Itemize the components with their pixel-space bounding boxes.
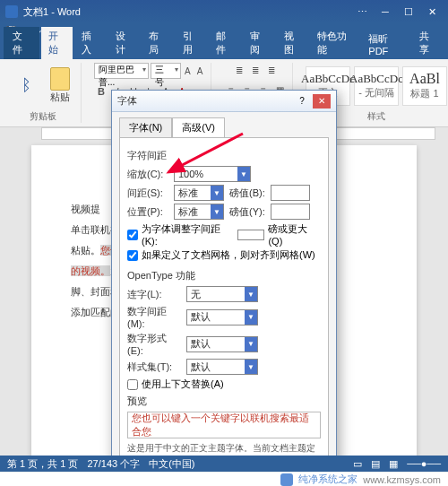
ligatures-label: 连字(L):: [127, 288, 181, 301]
context-alt-label: 使用上下文替换(A): [142, 378, 224, 391]
chevron-down-icon: ▼: [211, 186, 223, 200]
group-label: 剪贴板: [30, 108, 56, 123]
bluetooth-button[interactable]: ᛒ: [11, 66, 41, 106]
position-pt-input[interactable]: [271, 204, 310, 220]
position-combo[interactable]: 标准▼: [174, 204, 224, 220]
styleset-label: 样式集(T):: [127, 360, 181, 374]
tab-special[interactable]: 特色功能: [310, 27, 359, 59]
dialog-body: 字符间距 缩放(C): 100%▼ 间距(S): 标准▼ 磅值(B): 位置(P…: [119, 137, 329, 475]
snap-grid-label: 如果定义了文档网格，则对齐到网格(W): [142, 248, 315, 262]
chevron-down-icon: ▼: [211, 204, 223, 219]
spacing-combo[interactable]: 标准▼: [174, 185, 224, 201]
dialog-tab-advanced[interactable]: 高级(V): [172, 117, 225, 137]
view-read-icon[interactable]: ▭: [353, 458, 362, 470]
kerning-checkbox[interactable]: [127, 230, 138, 240]
bullets-icon[interactable]: ≣: [232, 63, 246, 77]
tab-mailings[interactable]: 邮件: [209, 27, 241, 59]
numform-label: 数字形式(E):: [127, 332, 181, 356]
dialog-tabs: 字体(N) 高级(V): [112, 112, 336, 137]
scale-combo[interactable]: 100%▼: [174, 166, 251, 182]
chevron-down-icon: ▼: [245, 287, 257, 301]
styleset-combo[interactable]: 默认▼: [186, 359, 258, 375]
style-nospacing[interactable]: AaBbCcDc- 无间隔: [354, 66, 399, 106]
status-lang[interactable]: 中文(中国): [149, 457, 194, 471]
tab-design[interactable]: 设计: [108, 27, 141, 59]
multilevel-icon[interactable]: ≣: [264, 63, 279, 77]
close-window-button[interactable]: ✕: [421, 4, 443, 19]
tab-file[interactable]: 文件: [4, 27, 39, 59]
numform-combo[interactable]: 默认▼: [186, 336, 258, 352]
ribbon-opts-icon[interactable]: ⋯: [351, 4, 373, 19]
window-titlebar: 文档1 - Word ⋯ ─ ☐ ✕: [0, 0, 448, 23]
chevron-down-icon: ▼: [245, 310, 257, 325]
dialog-help-icon[interactable]: ?: [293, 94, 311, 108]
chevron-down-icon: ▼: [245, 360, 257, 374]
dialog-title: 字体: [117, 94, 293, 108]
watermark: 纯净系统之家 www.kzmsys.com: [0, 472, 448, 486]
chevron-down-icon: ▼: [237, 167, 250, 181]
shrink-font-icon[interactable]: A: [194, 64, 205, 78]
minimize-button[interactable]: ─: [375, 4, 396, 19]
chevron-down-icon: ▼: [245, 337, 257, 351]
kerning-unit: 磅或更大(Q): [268, 222, 321, 247]
dialog-close-button[interactable]: ✕: [313, 94, 331, 108]
ribbon-tabs: 文件 开始 插入 设计 布局 引用 邮件 审阅 视图 特色功能 福昕PDF 共享: [0, 39, 448, 59]
spacing-pt-input[interactable]: [271, 185, 310, 201]
kerning-label: 为字体调整字间距(K):: [142, 222, 234, 247]
numbering-icon[interactable]: ≣: [248, 63, 263, 77]
spacing-label: 间距(S):: [127, 187, 168, 200]
kerning-input[interactable]: [237, 230, 264, 240]
font-dialog: 字体 ? ✕ 字体(N) 高级(V) 字符间距 缩放(C): 100%▼ 间距(…: [111, 90, 337, 486]
word-app-icon: [5, 5, 18, 18]
position-label: 位置(P):: [127, 205, 168, 219]
grow-font-icon[interactable]: A: [183, 64, 194, 78]
snap-grid-checkbox[interactable]: [127, 250, 138, 261]
group-clipboard: ᛒ 粘贴 剪贴板: [5, 63, 82, 123]
status-bar: 第 1 页，共 1 页 27/143 个字 中文(中国) ▭ ▤ ▦ ──●──: [0, 456, 448, 472]
preview-label: 预览: [127, 395, 321, 408]
ligatures-combo[interactable]: 无▼: [186, 286, 258, 302]
tab-pdf[interactable]: 福昕PDF: [361, 30, 410, 59]
section-opentype: OpenType 功能: [127, 269, 321, 282]
scale-label: 缩放(C):: [127, 168, 168, 181]
watermark-text: 纯净系统之家: [298, 473, 358, 486]
style-heading1[interactable]: AaBl标题 1: [402, 66, 447, 106]
dialog-tab-font[interactable]: 字体(N): [119, 117, 172, 137]
preview-box: 您也可以键入一个关键字以联机搜索最适合您: [127, 412, 321, 438]
maximize-button[interactable]: ☐: [398, 4, 419, 19]
zoom-slider[interactable]: ──●──: [407, 458, 441, 469]
watermark-url: www.kzmsys.com: [363, 474, 441, 485]
font-family-select[interactable]: 阿里巴巴普...: [94, 63, 149, 79]
status-words[interactable]: 27/143 个字: [87, 457, 140, 471]
tab-home[interactable]: 开始: [41, 27, 73, 59]
section-char-spacing: 字符间距: [127, 149, 321, 162]
spacing-pt-label: 磅值(B):: [229, 187, 265, 200]
font-size-select[interactable]: 三号: [151, 63, 181, 79]
watermark-logo-icon: [280, 473, 293, 486]
tab-review[interactable]: 审阅: [243, 27, 275, 59]
tab-view[interactable]: 视图: [277, 27, 309, 59]
clipboard-icon: [50, 67, 70, 91]
tab-insert[interactable]: 插入: [74, 27, 107, 59]
view-web-icon[interactable]: ▦: [389, 458, 398, 470]
position-pt-label: 磅值(Y):: [229, 205, 265, 219]
status-page[interactable]: 第 1 页，共 1 页: [7, 457, 78, 471]
group-label: 样式: [367, 108, 385, 123]
share-button[interactable]: 共享: [412, 27, 444, 59]
context-alt-checkbox[interactable]: [127, 379, 138, 390]
paste-button[interactable]: 粘贴: [45, 66, 75, 106]
window-title: 文档1 - Word: [23, 5, 351, 19]
numspacing-label: 数字间距(M):: [127, 305, 181, 329]
tab-layout[interactable]: 布局: [142, 27, 174, 59]
view-print-icon[interactable]: ▤: [371, 458, 380, 470]
dialog-titlebar[interactable]: 字体 ? ✕: [112, 91, 336, 112]
tab-references[interactable]: 引用: [176, 27, 208, 59]
numspacing-combo[interactable]: 默认▼: [186, 309, 258, 325]
